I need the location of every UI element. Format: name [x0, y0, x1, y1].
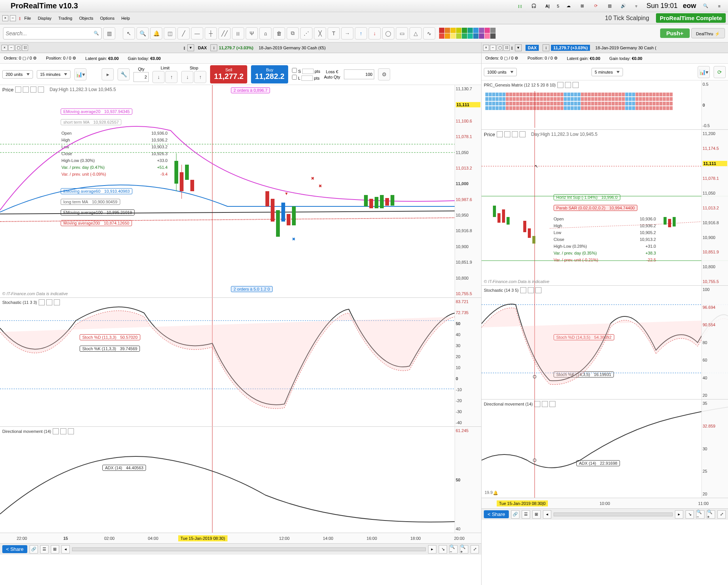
- autoqty-settings-icon[interactable]: ⚙: [378, 68, 390, 80]
- buy-button[interactable]: Buy11,282.2: [251, 65, 288, 83]
- autoqty-input[interactable]: [344, 69, 374, 79]
- settings-icon[interactable]: ⟳: [714, 66, 726, 78]
- close-icon[interactable]: ×: [2, 15, 8, 21]
- fib-icon[interactable]: ⫼: [232, 27, 244, 39]
- scroll-left-icon[interactable]: ◂: [543, 510, 551, 519]
- left-stoch-chart[interactable]: Stochastic (11 3 3) Stoch %D (11,3,3)50.…: [0, 297, 481, 426]
- limit-sell-icon[interactable]: ↓: [152, 71, 165, 83]
- zoomin-icon[interactable]: 🔍+: [707, 510, 715, 519]
- right-price-chart[interactable]: Price Day:High 11,282.3 Low 10,945.5 Hor…: [482, 130, 728, 285]
- vline-icon[interactable]: ┼: [205, 27, 217, 39]
- arrow-right-icon[interactable]: →: [341, 27, 353, 39]
- wrench-icon[interactable]: 🔧: [118, 68, 130, 80]
- list-icon[interactable]: ☰: [40, 545, 49, 554]
- orders-box-icon[interactable]: ▢: [22, 56, 26, 60]
- zoomout-icon[interactable]: 🔍−: [696, 510, 704, 519]
- panel-icon[interactable]: [565, 82, 571, 88]
- min-icon[interactable]: −: [490, 45, 496, 51]
- scroll-right-icon[interactable]: ▸: [675, 510, 683, 519]
- menu-options[interactable]: Options: [100, 16, 115, 20]
- layout-icon[interactable]: ☷: [504, 45, 510, 51]
- limit-buy-icon[interactable]: ↑: [165, 71, 177, 83]
- window-list-icon[interactable]: ▥: [103, 27, 115, 39]
- stop-buy-icon[interactable]: ↑: [194, 71, 206, 83]
- scroll-left-icon[interactable]: ◂: [61, 545, 70, 554]
- ruler-icon[interactable]: ╳: [314, 27, 326, 39]
- dealthru-button[interactable]: DealThru ⚡: [691, 28, 725, 38]
- search-box[interactable]: 🔍: [3, 27, 102, 39]
- min-icon[interactable]: −: [8, 45, 14, 51]
- wrench-icon[interactable]: [557, 82, 563, 88]
- share-button[interactable]: < Share: [2, 545, 27, 553]
- goto-icon[interactable]: ↘: [686, 510, 694, 519]
- magnet-icon[interactable]: ⧉: [287, 27, 299, 39]
- qty-input[interactable]: [133, 72, 149, 82]
- info-icon[interactable]: i: [543, 44, 549, 51]
- max-icon[interactable]: ▢: [15, 45, 21, 51]
- menu-objects[interactable]: Objects: [79, 16, 93, 20]
- units-dropdown[interactable]: 1000 units: [484, 68, 517, 76]
- chart-type-icon[interactable]: 📊▾: [74, 68, 86, 80]
- timeframe-dropdown[interactable]: 15 minutes: [37, 70, 71, 79]
- rect-icon[interactable]: ▭: [396, 27, 408, 39]
- spotlight-icon[interactable]: 🔍: [701, 2, 710, 10]
- scrollbar[interactable]: [72, 547, 426, 551]
- menu-file[interactable]: File: [24, 16, 31, 20]
- wifi-icon[interactable]: ᯤ: [633, 2, 641, 10]
- stop-sell-icon[interactable]: ↓: [181, 71, 193, 83]
- search-input[interactable]: [6, 30, 94, 36]
- gear-icon[interactable]: ⚙: [33, 56, 37, 60]
- arrow-up-icon[interactable]: ↑: [355, 27, 367, 39]
- expand-icon[interactable]: ⤢: [717, 510, 726, 519]
- s-pts-input[interactable]: [302, 69, 314, 74]
- grid-icon[interactable]: ⊞: [578, 2, 587, 10]
- l-checkbox[interactable]: [292, 75, 297, 80]
- calc-icon[interactable]: ⊞: [51, 545, 59, 554]
- hline-icon[interactable]: —: [191, 27, 203, 39]
- push-button[interactable]: Push+: [660, 28, 689, 38]
- close-icon[interactable]: [573, 82, 579, 88]
- menu-trading[interactable]: Trading: [58, 16, 72, 20]
- calc-icon[interactable]: ⊞: [532, 510, 541, 519]
- cycle-icon[interactable]: ∿: [423, 27, 435, 39]
- chart-icon[interactable]: ⫿⫿: [516, 2, 524, 10]
- dropdown-icon[interactable]: ▾: [515, 44, 522, 51]
- right-stoch-chart[interactable]: Stochastic (14 3 5) Stoch %D (14,3,5)54.…: [482, 285, 728, 399]
- cursor-icon[interactable]: ↖: [123, 27, 135, 39]
- channel-icon[interactable]: ╱╱: [218, 27, 231, 39]
- volume-icon[interactable]: 🔊: [619, 2, 628, 10]
- zoomin-icon[interactable]: 🔍+: [460, 545, 468, 554]
- sell-button[interactable]: Sell11,277.2: [210, 65, 247, 83]
- cloud-icon[interactable]: ☁: [565, 2, 573, 10]
- triangle-icon[interactable]: △: [410, 27, 422, 39]
- link-icon[interactable]: 🔗: [30, 545, 38, 554]
- conn-icon[interactable]: ▥: [606, 2, 614, 10]
- strategy-name[interactable]: 10 Tick Scalping: [605, 15, 650, 22]
- trendline-icon[interactable]: ╱: [177, 27, 190, 39]
- left-price-chart[interactable]: Price Day:High 11,282.3 Low 10,945.5 2 o…: [0, 85, 481, 297]
- close-icon[interactable]: ×: [2, 45, 8, 51]
- max-icon[interactable]: ▢: [497, 45, 503, 51]
- adobe-icon[interactable]: A|: [543, 2, 552, 10]
- user-label[interactable]: eow: [683, 2, 696, 10]
- left-adx-chart[interactable]: Directional movement (14) ADX (14)44.405…: [0, 426, 481, 533]
- ellipse-icon[interactable]: ◯: [382, 27, 394, 39]
- s-checkbox[interactable]: [292, 68, 297, 73]
- menu-display[interactable]: Display: [38, 16, 52, 20]
- l-pts-input[interactable]: [301, 75, 313, 81]
- symbol[interactable]: DAX: [198, 46, 207, 50]
- text-icon[interactable]: T: [328, 27, 340, 39]
- expand-icon[interactable]: ⤢: [471, 545, 479, 554]
- share-button[interactable]: < Share: [484, 510, 509, 518]
- eraser-icon[interactable]: ◫: [164, 27, 176, 39]
- updates-icon[interactable]: ⟳: [592, 2, 600, 10]
- matrix-chart[interactable]: PRC_Genesis Matrix (12 12 5 20 8 10) 0.5…: [482, 80, 728, 130]
- symbol[interactable]: DAX: [526, 45, 539, 51]
- play-icon[interactable]: ▸: [102, 68, 114, 80]
- goto-icon[interactable]: ↘: [439, 545, 447, 554]
- timeframe-dropdown[interactable]: 5 minutes: [592, 68, 623, 76]
- headphones-icon[interactable]: 🎧: [530, 2, 538, 10]
- layout-icon[interactable]: ☷: [22, 45, 28, 51]
- clock[interactable]: Sun 19:01: [646, 2, 678, 10]
- delete-icon[interactable]: 🗑: [273, 27, 285, 39]
